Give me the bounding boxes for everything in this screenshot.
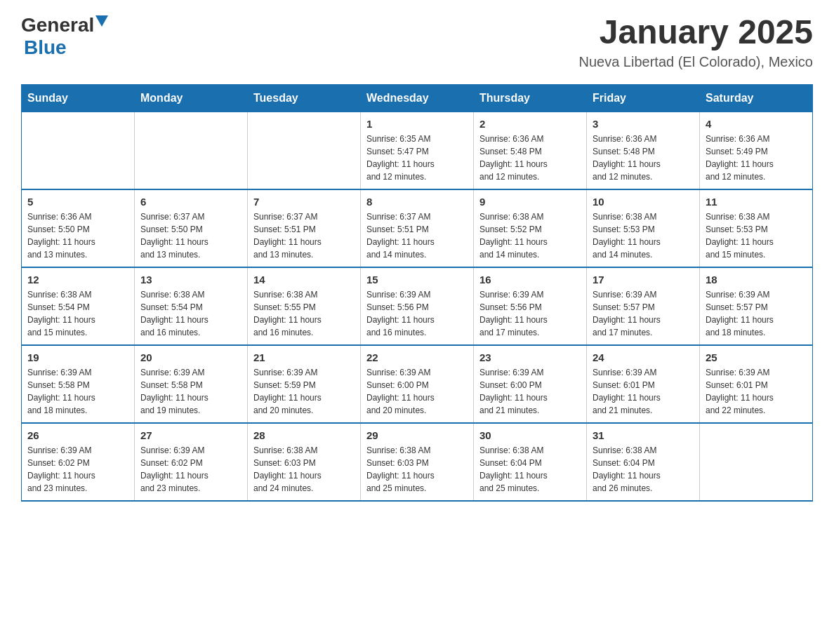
- month-title: January 2025: [579, 14, 814, 51]
- day-number: 1: [366, 118, 468, 130]
- calendar-day-cell: 26Sunrise: 6:39 AM Sunset: 6:02 PM Dayli…: [22, 423, 135, 501]
- day-info: Sunrise: 6:39 AM Sunset: 5:56 PM Dayligh…: [479, 288, 581, 339]
- day-info: Sunrise: 6:39 AM Sunset: 6:01 PM Dayligh…: [706, 366, 807, 417]
- day-info: Sunrise: 6:36 AM Sunset: 5:48 PM Dayligh…: [479, 133, 581, 183]
- calendar-day-cell: 23Sunrise: 6:39 AM Sunset: 6:00 PM Dayli…: [474, 345, 587, 423]
- day-info: Sunrise: 6:36 AM Sunset: 5:48 PM Dayligh…: [593, 133, 694, 183]
- day-number: 4: [706, 118, 807, 130]
- calendar-week-row: 1Sunrise: 6:35 AM Sunset: 5:47 PM Daylig…: [22, 112, 813, 189]
- day-number: 29: [366, 429, 468, 441]
- calendar-day-cell: 10Sunrise: 6:38 AM Sunset: 5:53 PM Dayli…: [587, 189, 700, 267]
- day-info: Sunrise: 6:39 AM Sunset: 5:57 PM Dayligh…: [593, 288, 694, 339]
- day-number: 25: [706, 351, 807, 363]
- calendar-day-cell: [700, 423, 813, 501]
- day-number: 24: [593, 351, 694, 363]
- day-info: Sunrise: 6:38 AM Sunset: 5:54 PM Dayligh…: [140, 288, 241, 339]
- day-number: 13: [140, 274, 241, 286]
- calendar-day-cell: [135, 112, 248, 189]
- calendar-day-cell: 4Sunrise: 6:36 AM Sunset: 5:49 PM Daylig…: [700, 112, 813, 189]
- calendar-day-cell: 9Sunrise: 6:38 AM Sunset: 5:52 PM Daylig…: [474, 189, 587, 267]
- day-number: 10: [593, 196, 694, 208]
- day-of-week-header: Tuesday: [248, 84, 361, 112]
- calendar-day-cell: 12Sunrise: 6:38 AM Sunset: 5:54 PM Dayli…: [22, 267, 135, 345]
- logo-general-text: General: [21, 14, 94, 36]
- day-number: 7: [253, 196, 355, 208]
- day-number: 12: [27, 274, 128, 286]
- calendar-day-cell: 7Sunrise: 6:37 AM Sunset: 5:51 PM Daylig…: [248, 189, 361, 267]
- calendar-week-row: 5Sunrise: 6:36 AM Sunset: 5:50 PM Daylig…: [22, 189, 813, 267]
- day-of-week-header: Sunday: [22, 84, 135, 112]
- day-info: Sunrise: 6:38 AM Sunset: 5:54 PM Dayligh…: [27, 288, 128, 339]
- day-info: Sunrise: 6:37 AM Sunset: 5:51 PM Dayligh…: [253, 210, 355, 261]
- day-info: Sunrise: 6:39 AM Sunset: 6:00 PM Dayligh…: [366, 366, 468, 417]
- day-info: Sunrise: 6:39 AM Sunset: 6:02 PM Dayligh…: [27, 444, 128, 495]
- day-info: Sunrise: 6:38 AM Sunset: 5:52 PM Dayligh…: [479, 210, 581, 261]
- calendar-day-cell: 31Sunrise: 6:38 AM Sunset: 6:04 PM Dayli…: [587, 423, 700, 501]
- calendar-day-cell: 5Sunrise: 6:36 AM Sunset: 5:50 PM Daylig…: [22, 189, 135, 267]
- day-number: 2: [479, 118, 581, 130]
- calendar-day-cell: 1Sunrise: 6:35 AM Sunset: 5:47 PM Daylig…: [361, 112, 474, 189]
- calendar-week-row: 26Sunrise: 6:39 AM Sunset: 6:02 PM Dayli…: [22, 423, 813, 501]
- calendar-day-cell: 8Sunrise: 6:37 AM Sunset: 5:51 PM Daylig…: [361, 189, 474, 267]
- calendar-day-cell: 29Sunrise: 6:38 AM Sunset: 6:03 PM Dayli…: [361, 423, 474, 501]
- calendar-day-cell: 22Sunrise: 6:39 AM Sunset: 6:00 PM Dayli…: [361, 345, 474, 423]
- day-number: 22: [366, 351, 468, 363]
- calendar-header-row: SundayMondayTuesdayWednesdayThursdayFrid…: [22, 84, 813, 112]
- day-number: 31: [593, 429, 694, 441]
- calendar-week-row: 12Sunrise: 6:38 AM Sunset: 5:54 PM Dayli…: [22, 267, 813, 345]
- day-of-week-header: Thursday: [474, 84, 587, 112]
- day-number: 28: [253, 429, 355, 441]
- day-info: Sunrise: 6:38 AM Sunset: 6:03 PM Dayligh…: [253, 444, 355, 495]
- calendar-day-cell: 30Sunrise: 6:38 AM Sunset: 6:04 PM Dayli…: [474, 423, 587, 501]
- day-number: 20: [140, 351, 241, 363]
- day-number: 14: [253, 274, 355, 286]
- day-info: Sunrise: 6:39 AM Sunset: 6:02 PM Dayligh…: [140, 444, 241, 495]
- day-info: Sunrise: 6:38 AM Sunset: 5:53 PM Dayligh…: [593, 210, 694, 261]
- logo-blue-text: Blue: [24, 36, 67, 58]
- calendar-table: SundayMondayTuesdayWednesdayThursdayFrid…: [21, 84, 813, 502]
- day-of-week-header: Friday: [587, 84, 700, 112]
- calendar-day-cell: [248, 112, 361, 189]
- day-info: Sunrise: 6:38 AM Sunset: 6:04 PM Dayligh…: [479, 444, 581, 495]
- calendar-day-cell: 25Sunrise: 6:39 AM Sunset: 6:01 PM Dayli…: [700, 345, 813, 423]
- day-info: Sunrise: 6:39 AM Sunset: 6:01 PM Dayligh…: [593, 366, 694, 417]
- calendar-day-cell: 3Sunrise: 6:36 AM Sunset: 5:48 PM Daylig…: [587, 112, 700, 189]
- day-of-week-header: Wednesday: [361, 84, 474, 112]
- day-of-week-header: Monday: [135, 84, 248, 112]
- day-info: Sunrise: 6:35 AM Sunset: 5:47 PM Dayligh…: [366, 133, 468, 183]
- day-number: 18: [706, 274, 807, 286]
- day-number: 15: [366, 274, 468, 286]
- day-info: Sunrise: 6:38 AM Sunset: 5:53 PM Dayligh…: [706, 210, 807, 261]
- day-info: Sunrise: 6:39 AM Sunset: 6:00 PM Dayligh…: [479, 366, 581, 417]
- logo-triangle-icon: [95, 15, 108, 27]
- day-info: Sunrise: 6:39 AM Sunset: 5:56 PM Dayligh…: [366, 288, 468, 339]
- day-number: 5: [27, 196, 128, 208]
- day-number: 3: [593, 118, 694, 130]
- day-info: Sunrise: 6:38 AM Sunset: 5:55 PM Dayligh…: [253, 288, 355, 339]
- calendar-day-cell: 6Sunrise: 6:37 AM Sunset: 5:50 PM Daylig…: [135, 189, 248, 267]
- page-header: General Blue January 2025 Nueva Libertad…: [21, 14, 813, 70]
- day-info: Sunrise: 6:39 AM Sunset: 5:57 PM Dayligh…: [706, 288, 807, 339]
- calendar-day-cell: 16Sunrise: 6:39 AM Sunset: 5:56 PM Dayli…: [474, 267, 587, 345]
- calendar-day-cell: 11Sunrise: 6:38 AM Sunset: 5:53 PM Dayli…: [700, 189, 813, 267]
- day-number: 23: [479, 351, 581, 363]
- day-number: 11: [706, 196, 807, 208]
- day-info: Sunrise: 6:39 AM Sunset: 5:58 PM Dayligh…: [27, 366, 128, 417]
- day-info: Sunrise: 6:37 AM Sunset: 5:50 PM Dayligh…: [140, 210, 241, 261]
- day-number: 27: [140, 429, 241, 441]
- day-info: Sunrise: 6:37 AM Sunset: 5:51 PM Dayligh…: [366, 210, 468, 261]
- day-number: 30: [479, 429, 581, 441]
- location-title: Nueva Libertad (El Colorado), Mexico: [579, 54, 814, 70]
- calendar-day-cell: 14Sunrise: 6:38 AM Sunset: 5:55 PM Dayli…: [248, 267, 361, 345]
- day-number: 19: [27, 351, 128, 363]
- title-section: January 2025 Nueva Libertad (El Colorado…: [579, 14, 814, 70]
- day-info: Sunrise: 6:39 AM Sunset: 5:59 PM Dayligh…: [253, 366, 355, 417]
- day-number: 6: [140, 196, 241, 208]
- calendar-day-cell: [22, 112, 135, 189]
- day-number: 26: [27, 429, 128, 441]
- day-info: Sunrise: 6:38 AM Sunset: 6:03 PM Dayligh…: [366, 444, 468, 495]
- calendar-day-cell: 19Sunrise: 6:39 AM Sunset: 5:58 PM Dayli…: [22, 345, 135, 423]
- day-number: 8: [366, 196, 468, 208]
- day-of-week-header: Saturday: [700, 84, 813, 112]
- day-number: 21: [253, 351, 355, 363]
